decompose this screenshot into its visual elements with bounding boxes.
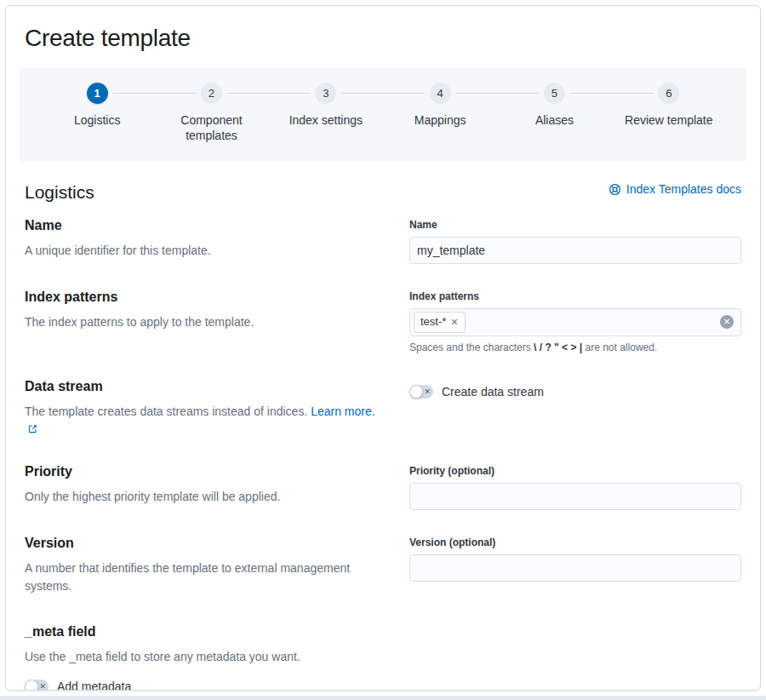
step-mappings[interactable]: 4 Mappings	[383, 83, 497, 143]
step-number-circle[interactable]: 6	[658, 83, 679, 104]
priority-row: Priority Only the highest priority templ…	[25, 450, 741, 522]
step-label: Aliases	[535, 112, 574, 128]
index-patterns-row: Index patterns The index patterns to app…	[25, 276, 741, 364]
name-row: Name A unique identifier for this templa…	[25, 204, 741, 276]
create-data-stream-toggle[interactable]: ✕	[409, 385, 433, 399]
step-review-template[interactable]: 6 Review template	[612, 83, 726, 143]
step-label: Component templates	[160, 112, 262, 143]
add-metadata-toggle-label[interactable]: Add metadata	[57, 680, 131, 691]
remove-index-pattern-icon[interactable]: ✕	[450, 318, 458, 327]
wizard-stepper: 1 Logistics 2 Component templates 3 Inde…	[20, 67, 746, 162]
index-templates-docs-link[interactable]: Index Templates docs	[609, 182, 741, 196]
step-aliases[interactable]: 5 Aliases	[497, 83, 611, 143]
version-row-title: Version	[25, 536, 391, 551]
step-component-templates[interactable]: 2 Component templates	[154, 83, 268, 143]
version-input[interactable]	[409, 554, 741, 582]
clear-index-patterns-icon[interactable]: ✕	[720, 315, 734, 329]
step-label: Index settings	[289, 112, 363, 128]
step-number-circle[interactable]: 3	[315, 83, 336, 104]
index-patterns-row-description: The index patterns to apply to the templ…	[25, 313, 391, 331]
step-label: Review template	[625, 112, 713, 128]
index-patterns-row-title: Index patterns	[25, 290, 391, 305]
docs-link-label: Index Templates docs	[626, 182, 741, 196]
toggle-off-icon: ✕	[39, 682, 46, 690]
name-row-description: A unique identifier for this template.	[25, 242, 391, 260]
data-stream-row-description: The template creates data streams instea…	[25, 403, 391, 439]
index-pattern-pill-value: test-*	[420, 314, 446, 330]
data-stream-row-title: Data stream	[25, 379, 391, 394]
step-number-circle[interactable]: 1	[87, 83, 108, 104]
add-metadata-toggle[interactable]: ✕	[25, 680, 49, 691]
priority-row-title: Priority	[25, 464, 391, 479]
priority-row-description: Only the highest priority template will …	[25, 488, 391, 506]
meta-field-section: _meta field Use the _meta field to store…	[25, 612, 741, 691]
priority-input[interactable]	[409, 483, 741, 510]
toggle-off-icon: ✕	[424, 387, 431, 395]
step-index-settings[interactable]: 3 Index settings	[269, 83, 383, 143]
priority-field-label: Priority (optional)	[409, 465, 741, 477]
meta-section-description: Use the _meta field to store any metadat…	[25, 648, 741, 666]
version-field-label: Version (optional)	[409, 536, 741, 548]
create-data-stream-toggle-label[interactable]: Create data stream	[442, 385, 544, 399]
step-logistics[interactable]: 1 Logistics	[40, 83, 154, 143]
external-link-icon[interactable]	[28, 422, 37, 436]
step-label: Logistics	[74, 112, 120, 128]
forbidden-characters: \ / ? " < > |	[534, 341, 582, 353]
index-patterns-combobox[interactable]: test-* ✕ ✕	[409, 308, 741, 336]
step-number-circle[interactable]: 2	[201, 83, 222, 104]
section-title: Logistics	[25, 182, 94, 203]
toggle-knob	[25, 680, 38, 691]
data-stream-row: Data stream The template creates data st…	[25, 365, 741, 450]
name-input[interactable]	[409, 237, 741, 264]
create-template-panel: Create template 1 Logistics 2 Component …	[5, 5, 761, 691]
index-patterns-help-text: Spaces and the characters \ / ? " < > | …	[409, 341, 741, 353]
help-life-ring-icon	[609, 183, 621, 196]
learn-more-link[interactable]: Learn more.	[311, 405, 374, 418]
page-title: Create template	[25, 25, 746, 52]
index-patterns-field-label: Index patterns	[409, 290, 741, 302]
step-number-circle[interactable]: 5	[544, 83, 565, 104]
step-number-circle[interactable]: 4	[430, 83, 451, 104]
step-label: Mappings	[414, 112, 466, 128]
meta-section-title: _meta field	[25, 624, 741, 640]
version-row: Version A number that identifies the tem…	[25, 522, 741, 607]
index-pattern-pill: test-* ✕	[414, 312, 466, 332]
page-background-strip	[0, 696, 766, 700]
version-row-description: A number that identifies the template to…	[25, 559, 391, 595]
name-field-label: Name	[409, 219, 741, 231]
toggle-knob	[409, 385, 423, 399]
name-row-title: Name	[25, 218, 391, 233]
